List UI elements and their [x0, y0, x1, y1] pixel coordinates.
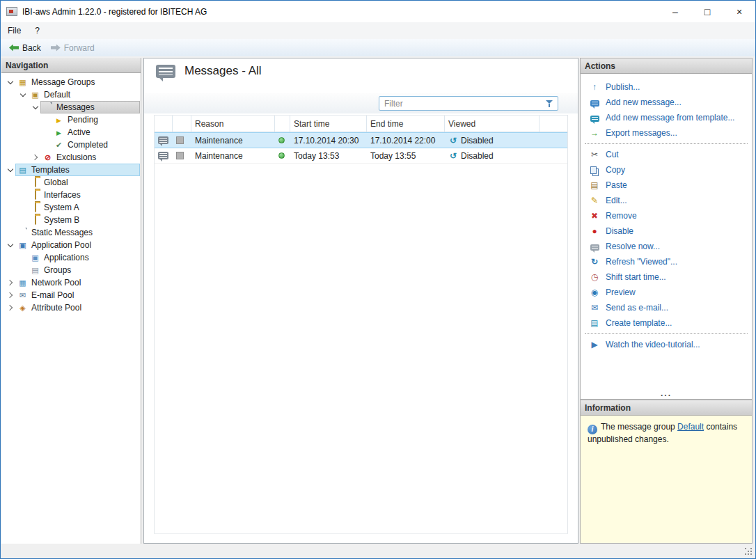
- start-time-cell: 17.10.2014 20:30: [290, 133, 367, 148]
- menu-help[interactable]: ?: [28, 22, 47, 39]
- action-create-template[interactable]: Create template...: [581, 315, 752, 331]
- close-button[interactable]: ×: [723, 1, 755, 22]
- back-arrow-icon: [9, 45, 19, 52]
- chevron-down-icon[interactable]: [18, 90, 28, 100]
- network-pool-icon: [17, 278, 28, 288]
- chevron-placeholder: [42, 115, 52, 125]
- chevron-down-icon[interactable]: [6, 165, 15, 175]
- message-icon: [158, 136, 168, 144]
- message-color-swatch: [176, 152, 184, 159]
- pending-icon: [54, 115, 64, 125]
- chevron-right-icon[interactable]: [6, 303, 15, 313]
- send-email-icon: [589, 303, 600, 313]
- action-shift-start-time[interactable]: Shift start time...: [581, 269, 752, 285]
- information-message: The message group Default contains unpub…: [581, 416, 752, 543]
- nav-item-message-groups[interactable]: Message Groups: [1, 76, 141, 88]
- filter-bar: [144, 93, 578, 113]
- nav-item-system-b[interactable]: System B: [1, 214, 141, 226]
- forward-button[interactable]: Forward: [46, 40, 100, 55]
- menu-file[interactable]: File: [1, 22, 28, 39]
- chevron-right-icon[interactable]: [6, 290, 15, 300]
- end-time-cell: 17.10.2014 22:00: [367, 133, 445, 148]
- reason-cell: Maintenance: [191, 148, 275, 163]
- column-status[interactable]: [275, 116, 290, 132]
- status-indicator-icon: [278, 152, 285, 159]
- table-header: Reason Start time End time Viewed: [155, 115, 567, 132]
- column-reason[interactable]: Reason: [191, 116, 275, 132]
- resize-grip[interactable]: [745, 548, 753, 556]
- action-add-new-message[interactable]: Add new message...: [581, 95, 752, 110]
- folder-icon: [35, 215, 36, 225]
- chevron-placeholder: [18, 215, 28, 225]
- nav-item-global[interactable]: Global: [1, 176, 141, 189]
- chevron-right-icon[interactable]: [6, 278, 15, 288]
- default-group-link[interactable]: Default: [677, 422, 704, 432]
- action-preview[interactable]: Preview: [581, 285, 752, 300]
- nav-item-exclusions[interactable]: Exclusions: [1, 151, 141, 164]
- action-refresh-viewed[interactable]: Refresh "Viewed"...: [581, 254, 752, 269]
- chevron-right-icon[interactable]: [31, 152, 40, 162]
- action-watch-video-tutorial[interactable]: Watch the video-tutorial...: [581, 337, 752, 352]
- information-panel: Information The message group Default co…: [580, 400, 753, 544]
- nav-item-attribute-pool[interactable]: Attribute Pool: [1, 301, 141, 314]
- column-filler: [540, 116, 567, 132]
- action-edit[interactable]: Edit...: [581, 193, 752, 208]
- action-send-as-email[interactable]: Send as e-mail...: [581, 300, 752, 315]
- column-end-time[interactable]: End time: [367, 116, 445, 132]
- nav-item-email-pool[interactable]: E-mail Pool: [1, 289, 141, 301]
- nav-item-interfaces[interactable]: Interfaces: [1, 189, 141, 201]
- nav-item-static-messages[interactable]: Static Messages: [1, 226, 141, 239]
- nav-item-groups[interactable]: Groups: [1, 264, 141, 276]
- nav-item-application-pool[interactable]: Application Pool: [1, 239, 141, 251]
- info-icon: [588, 425, 597, 434]
- action-cut[interactable]: Cut: [581, 147, 752, 162]
- nav-item-default[interactable]: Default: [1, 88, 141, 101]
- table-row[interactable]: Maintenance 17.10.2014 20:30 17.10.2014 …: [155, 132, 567, 148]
- nav-item-completed[interactable]: Completed: [1, 139, 141, 151]
- chevron-down-icon[interactable]: [31, 102, 40, 112]
- column-message-icon[interactable]: [155, 116, 173, 132]
- nav-item-network-pool[interactable]: Network Pool: [1, 276, 141, 289]
- back-button[interactable]: Back: [4, 40, 46, 55]
- nav-item-applications[interactable]: Applications: [1, 251, 141, 264]
- actions-separator: [585, 333, 748, 334]
- start-time-cell: Today 13:53: [290, 148, 367, 163]
- action-disable[interactable]: Disable: [581, 223, 752, 239]
- action-remove[interactable]: Remove: [581, 208, 752, 223]
- nav-item-pending[interactable]: Pending: [1, 113, 141, 126]
- action-resolve-now[interactable]: Resolve now...: [581, 239, 752, 254]
- action-add-new-message-from-template[interactable]: Add new message from template...: [581, 110, 752, 125]
- nav-item-active[interactable]: Active: [1, 126, 141, 139]
- chevron-placeholder: [6, 228, 15, 237]
- nav-item-templates[interactable]: Templates: [1, 164, 141, 176]
- nav-item-system-a[interactable]: System A: [1, 201, 141, 214]
- completed-icon: [54, 140, 64, 150]
- nav-item-messages[interactable]: Messages: [1, 101, 141, 113]
- action-publish[interactable]: Publish...: [581, 79, 752, 95]
- edit-icon: [589, 196, 600, 206]
- column-start-time[interactable]: Start time: [290, 116, 367, 132]
- chevron-placeholder: [42, 140, 52, 150]
- preview-icon: [589, 288, 600, 298]
- active-icon: [54, 127, 64, 138]
- action-copy[interactable]: Copy: [581, 162, 752, 178]
- reason-cell: Maintenance: [191, 133, 275, 148]
- window-title: IBI-aws Admin 1.22.0 - registered for IB…: [22, 7, 207, 17]
- minimize-button[interactable]: –: [659, 1, 691, 22]
- filter-input[interactable]: [379, 97, 558, 110]
- table-row[interactable]: Maintenance Today 13:53 Today 13:55 Disa…: [155, 148, 567, 164]
- copy-icon: [589, 165, 600, 175]
- navigation-panel: Navigation Message Groups Default Messag…: [1, 58, 141, 544]
- column-viewed[interactable]: Viewed: [445, 116, 540, 132]
- chevron-placeholder: [18, 265, 28, 275]
- maximize-button[interactable]: □: [691, 1, 723, 22]
- action-export-messages[interactable]: Export messages...: [581, 125, 752, 141]
- chevron-down-icon[interactable]: [6, 240, 15, 250]
- column-color[interactable]: [173, 116, 191, 132]
- action-paste[interactable]: Paste: [581, 178, 752, 193]
- filter-funnel-icon[interactable]: [546, 100, 554, 108]
- chevron-down-icon[interactable]: [6, 77, 15, 87]
- actions-overflow-indicator[interactable]: ...: [581, 389, 752, 399]
- status-indicator-icon: [278, 137, 285, 143]
- viewed-status-icon: [448, 151, 458, 161]
